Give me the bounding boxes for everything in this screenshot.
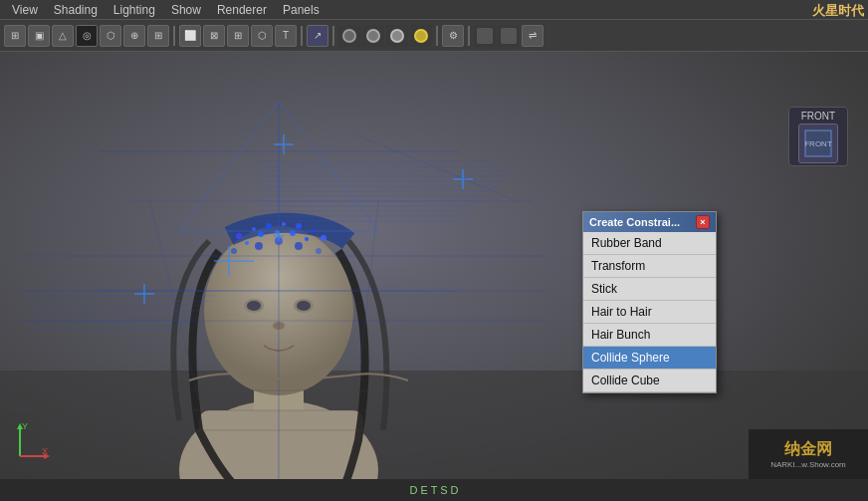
toolbar-separator-5 [468,26,470,46]
logo-company: 火星时代 [804,2,864,20]
viewport-front-label: FRONT FRONT [788,107,848,166]
toolbar-btn-2[interactable]: ▣ [28,25,50,47]
toolbar-separator-1 [173,26,175,46]
toolbar-separator-3 [332,26,334,46]
constraint-item-transform[interactable]: Transform [583,255,716,278]
constraint-item-collidesphere[interactable]: Collide Sphere [583,347,716,370]
toolbar-btn-c2[interactable] [362,25,384,47]
toolbar-separator-2 [301,26,303,46]
svg-point-17 [321,235,326,241]
toolbar-btn-snap[interactable] [498,25,520,47]
svg-point-23 [255,242,263,250]
constraint-item-hairtohair[interactable]: Hair to Hair [583,301,716,324]
toolbar-btn-7[interactable]: ⊞ [147,25,169,47]
svg-point-15 [296,223,302,229]
constraint-close-button[interactable]: × [696,215,710,229]
status-center: D E T S D [8,484,860,496]
svg-point-7 [247,301,261,311]
toolbar: ⊞ ▣ △ ◎ ⬡ ⊕ ⊞ ⬜ ⊠ ⊞ ⬡ T ↗ ⚙ ⇌ [0,20,868,52]
toolbar-btn-c3[interactable] [386,25,408,47]
svg-point-26 [316,248,322,254]
constraint-title: Create Constrai... [589,216,680,228]
menubar: View Shading Lighting Show Renderer Pane… [0,0,868,20]
toolbar-btn-c1[interactable] [338,25,360,47]
svg-text:FRONT: FRONT [804,139,832,148]
toolbar-btn-8[interactable]: ⬜ [179,25,201,47]
svg-text:Y: Y [22,421,28,431]
toolbar-btn-3[interactable]: △ [52,25,74,47]
svg-point-14 [282,222,286,226]
scene-svg [0,52,868,501]
menu-lighting[interactable]: Lighting [106,1,163,19]
axis-indicator: Y X [10,421,50,461]
constraint-titlebar: Create Constrai... × [583,212,716,232]
watermark-main: 纳金网 [770,439,846,460]
svg-point-18 [245,241,249,245]
svg-point-9 [297,301,311,311]
toolbar-btn-share[interactable]: ⇌ [522,25,543,47]
front-text: FRONT [801,111,835,122]
svg-point-19 [258,231,264,237]
svg-point-13 [266,223,272,229]
viewport[interactable]: FRONT FRONT Y X Create Constrai... × [0,52,868,501]
constraint-items-list: Rubber Band Transform Stick Hair to Hair… [583,232,716,392]
watermark-sub: NARKI...w.Show.com [770,460,846,469]
toolbar-btn-9[interactable]: ⊠ [203,25,225,47]
toolbar-btn-arrow[interactable]: ↗ [307,25,328,47]
constraint-item-collidecube[interactable]: Collide Cube [583,370,716,392]
menu-shading[interactable]: Shading [46,1,106,19]
svg-text:X: X [42,446,48,456]
menu-renderer[interactable]: Renderer [209,1,275,19]
svg-point-22 [305,237,309,241]
toolbar-btn-4[interactable]: ◎ [76,25,98,47]
constraint-item-rubberband[interactable]: Rubber Band [583,232,716,255]
watermark: 纳金网 NARKI...w.Show.com [749,429,868,479]
menu-view[interactable]: View [4,1,46,19]
toolbar-btn-6[interactable]: ⊕ [123,25,145,47]
svg-point-27 [231,248,237,254]
constraint-item-stick[interactable]: Stick [583,278,716,301]
toolbar-btn-gear[interactable]: ⚙ [442,25,464,47]
constraint-item-hairbunch[interactable]: Hair Bunch [583,324,716,347]
constraint-dialog: Create Constrai... × Rubber Band Transfo… [582,211,717,393]
svg-point-25 [295,242,303,250]
toolbar-separator-4 [436,26,438,46]
svg-point-12 [252,227,256,231]
svg-point-11 [236,233,242,239]
toolbar-btn-11[interactable]: ⬡ [251,25,273,47]
toolbar-btn-5[interactable]: ⬡ [100,25,121,47]
toolbar-btn-c4[interactable] [410,25,432,47]
toolbar-btn-move[interactable] [474,25,496,47]
toolbar-btn-10[interactable]: ⊞ [227,25,249,47]
toolbar-btn-12[interactable]: T [275,25,297,47]
statusbar: D E T S D [0,479,868,501]
menu-panels[interactable]: Panels [275,1,327,19]
toolbar-btn-1[interactable]: ⊞ [4,25,26,47]
menu-show[interactable]: Show [163,1,209,19]
